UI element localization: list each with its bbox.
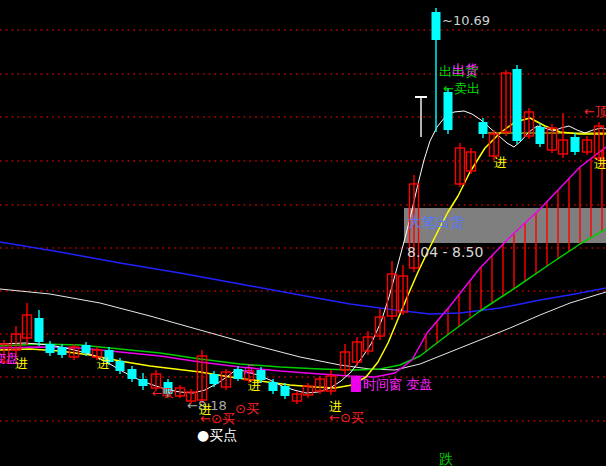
annotation-text-10: 进	[97, 356, 110, 371]
annotation-text-20: ●买点	[197, 427, 237, 443]
candle-up	[269, 382, 278, 391]
candle-up	[479, 122, 488, 134]
annotation-text-16: ←⊙买	[200, 411, 235, 426]
annotation-text-6: 进	[594, 156, 606, 171]
candle-up	[35, 318, 44, 342]
annotation-text-13: ←吸	[152, 386, 174, 400]
tooltip-price-range: 8.04 - 8.50	[407, 244, 483, 260]
candle-up	[210, 374, 219, 384]
candle-up	[444, 92, 453, 130]
candle-up	[234, 369, 243, 379]
annotation-text-21: 跌	[439, 451, 453, 466]
annotation-text-12: 进	[248, 378, 261, 393]
candle-up	[46, 344, 55, 353]
annotation-text-4: ←顶	[584, 104, 606, 119]
annotation-text-3: ←卖出	[443, 81, 480, 96]
time-window-marker	[351, 377, 361, 392]
candle-up	[82, 345, 91, 353]
annotation-text-7: 时间窗 变盘	[363, 377, 432, 392]
tooltip-title: 大笔出货	[408, 214, 464, 230]
annotation-text-9: 进	[15, 356, 28, 371]
annotation-text-19: ←⊙买	[329, 410, 364, 425]
annotation-text-0: ~10.69	[442, 13, 490, 28]
candle-up	[571, 137, 580, 152]
candle-up	[116, 361, 125, 371]
candle-up	[536, 127, 545, 144]
stock-chart-screen: ~10.69出出货出货←卖出←顶进进时间窗 变盘变盘进进点进←吸←8.18进←⊙…	[0, 0, 606, 466]
candle-up	[128, 369, 137, 379]
annotation-text-11: 点	[243, 363, 254, 376]
candle-up	[432, 12, 441, 40]
annotation-text-5: 进	[494, 155, 507, 170]
candlestick-chart[interactable]: ~10.69出出货出货←卖出←顶进进时间窗 变盘变盘进进点进←吸←8.18进←⊙…	[0, 0, 606, 466]
candle-up	[281, 386, 290, 396]
annotation-text-17: ⊙买	[235, 401, 259, 416]
candle-up	[513, 69, 522, 141]
candle-up	[139, 379, 148, 386]
candle-up	[58, 347, 67, 355]
annotation-text-2: 出货	[452, 62, 478, 77]
